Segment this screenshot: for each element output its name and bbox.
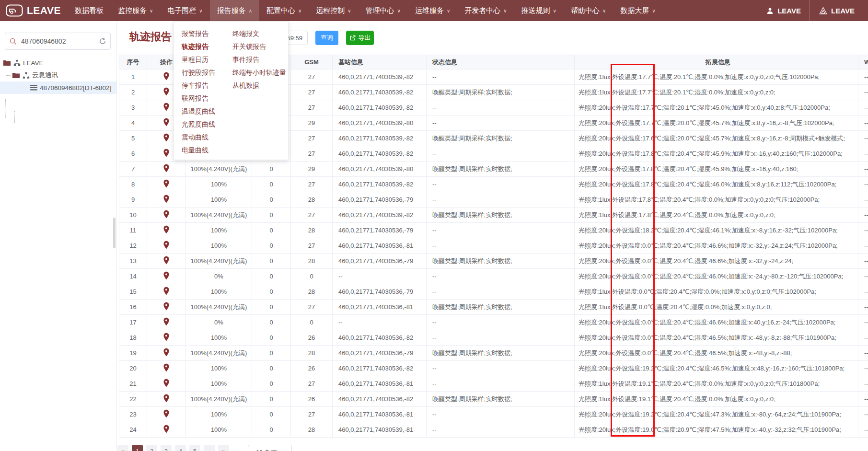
location-pin-icon[interactable] <box>163 379 170 389</box>
location-pin-icon[interactable] <box>163 241 170 251</box>
location-pin-icon[interactable] <box>163 348 170 358</box>
cell-index: 11 <box>119 223 147 238</box>
folder-icon <box>12 72 20 79</box>
cell-action <box>147 192 186 208</box>
tree-node-2[interactable]: 487060946802[DT-6802] <box>0 81 116 94</box>
cell-speed: 0 <box>252 392 291 407</box>
report-menu-item[interactable]: 光照度曲线 <box>182 118 231 131</box>
report-menu-item[interactable]: 联网报告 <box>182 92 231 105</box>
export-button[interactable]: 导出 <box>346 31 374 45</box>
location-pin-icon[interactable] <box>163 409 170 419</box>
location-pin-icon[interactable] <box>163 72 170 82</box>
page-button-3[interactable]: 3 <box>161 445 172 451</box>
cell-index: 18 <box>119 330 147 346</box>
location-pin-icon[interactable] <box>163 210 170 220</box>
sidebar-scrollbar[interactable] <box>113 218 116 248</box>
nav-item-0[interactable]: 数据看板 <box>68 0 111 21</box>
location-pin-icon[interactable] <box>163 118 170 128</box>
cell-status: -- <box>427 422 575 438</box>
nav-item-label: 推送规则 <box>521 6 550 15</box>
truck-logo-icon <box>6 4 23 17</box>
report-menu-column-2: 终端报文开关锁报告事件报告终端每小时轨迹量从机数据 <box>231 27 288 157</box>
page-button-2[interactable]: 2 <box>146 445 157 451</box>
page-size-select[interactable]: 10 条/页∨ <box>248 445 292 451</box>
location-pin-icon[interactable] <box>163 425 170 435</box>
nav-item-5[interactable]: 远程控制∨ <box>309 0 358 21</box>
report-menu-item[interactable]: 里程日历 <box>182 53 231 66</box>
location-pin-icon[interactable] <box>163 317 170 327</box>
location-pin-icon[interactable] <box>163 333 170 343</box>
nav-item-11[interactable]: 数据大屏∨ <box>613 0 662 21</box>
nav-item-label: 数据大屏 <box>620 6 649 15</box>
tree-node-1[interactable]: 云息通讯 <box>0 69 116 81</box>
chevron-down-icon: ∨ <box>347 8 351 13</box>
cell-status: 唤醒类型:周期采样;实时数据; <box>427 131 575 146</box>
nav-item-2[interactable]: 电子围栏∨ <box>160 0 209 21</box>
cell-action <box>147 376 186 392</box>
page-button-5[interactable]: 5 <box>189 445 200 451</box>
location-pin-icon[interactable] <box>163 195 170 205</box>
report-menu-item[interactable]: 事件报告 <box>232 53 288 66</box>
location-pin-icon[interactable] <box>163 271 170 281</box>
location-pin-icon[interactable] <box>163 256 170 266</box>
location-pin-icon[interactable] <box>163 149 170 159</box>
query-button[interactable]: 查询 <box>315 31 338 45</box>
page-button-0[interactable]: « <box>117 445 128 451</box>
cell-status: -- <box>427 330 575 346</box>
page-button-6[interactable]: ... <box>204 445 215 451</box>
nav-item-4[interactable]: 配置中心∨ <box>259 0 309 21</box>
location-pin-icon[interactable] <box>163 394 170 404</box>
page-button-4[interactable]: 4 <box>175 445 186 451</box>
search-input[interactable] <box>20 37 96 46</box>
tree-node-0[interactable]: LEAVE <box>0 57 116 69</box>
nav-item-3[interactable]: 报告服务∧ <box>210 0 259 21</box>
search-icon <box>9 37 17 46</box>
refresh-icon[interactable] <box>99 37 106 45</box>
report-menu-item[interactable]: 电量曲线 <box>182 144 231 157</box>
location-pin-icon[interactable] <box>163 302 170 312</box>
report-menu-item[interactable]: 震动曲线 <box>182 131 231 144</box>
page-button-1[interactable]: 1 <box>132 445 143 451</box>
report-menu-item[interactable]: 终端报文 <box>232 27 288 40</box>
nav-item-6[interactable]: 管理中心∨ <box>359 0 408 21</box>
report-menu-item[interactable]: 从机数据 <box>232 79 288 92</box>
cell-battery: 100%(4.240V)(充满) <box>186 346 252 361</box>
nav-item-label: 报告服务 <box>217 6 246 15</box>
nav-item-9[interactable]: 推送规则∨ <box>514 0 564 21</box>
location-pin-icon[interactable] <box>163 287 170 297</box>
cell-base-station: 460,0,21771,74030536,-81 <box>333 300 427 315</box>
report-menu-item[interactable]: 停车报告 <box>182 79 231 92</box>
cell-speed: 0 <box>252 177 291 192</box>
report-menu-item[interactable]: 行驶段报告 <box>182 66 231 79</box>
navbar-user-item-1[interactable]: LEAVE <box>810 7 863 15</box>
location-pin-icon[interactable] <box>163 103 170 113</box>
cell-index: 21 <box>119 376 147 392</box>
device-search-box[interactable] <box>5 33 111 50</box>
location-pin-icon[interactable] <box>163 133 170 143</box>
cell-gsm: 27 <box>291 85 333 100</box>
report-menu-item[interactable]: 报警报告 <box>182 27 231 40</box>
location-pin-icon[interactable] <box>163 225 170 235</box>
nav-item-8[interactable]: 开发者中心∨ <box>457 0 514 21</box>
report-menu-item[interactable]: 终端每小时轨迹量 <box>232 66 288 79</box>
report-menu-item[interactable]: 轨迹报告 <box>182 40 231 53</box>
navbar-user-item-0[interactable]: LEAVE <box>757 7 810 15</box>
page-button-7[interactable]: » <box>218 445 229 451</box>
location-pin-icon[interactable] <box>163 363 170 373</box>
report-menu-item[interactable]: 温湿度曲线 <box>182 105 231 118</box>
col-header-wifi: W <box>858 55 868 69</box>
nav-item-7[interactable]: 运维服务∨ <box>408 0 457 21</box>
location-pin-icon[interactable] <box>163 179 170 189</box>
nav-item-10[interactable]: 帮助中心∨ <box>564 0 613 21</box>
cell-base-station: 460,0,21771,74030536,-82 <box>333 392 427 407</box>
cell-index: 17 <box>119 315 147 330</box>
report-menu-item[interactable]: 开关锁报告 <box>232 40 288 53</box>
cell-battery: 100% <box>186 407 252 422</box>
table-row: 9100%028460,0,21771,74030536,-79--光照度:1l… <box>119 192 868 208</box>
cell-index: 12 <box>119 238 147 254</box>
nav-item-1[interactable]: 监控服务∨ <box>111 0 160 21</box>
cell-speed: 0 <box>252 269 291 284</box>
cell-speed: 0 <box>252 162 291 177</box>
location-pin-icon[interactable] <box>163 164 170 174</box>
location-pin-icon[interactable] <box>163 87 170 97</box>
